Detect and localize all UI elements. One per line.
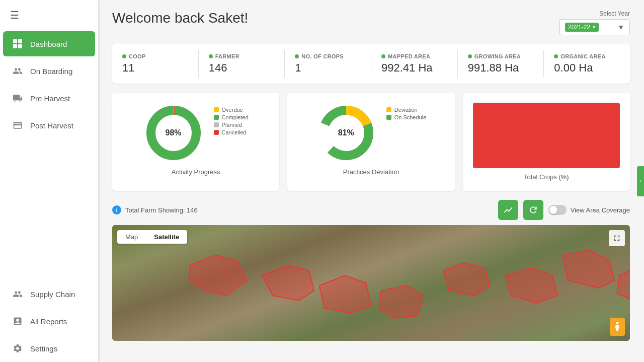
legend-cancelled: Cancelled: [214, 129, 249, 135]
legend-overdue: Overdue: [214, 107, 249, 113]
completed-color: [214, 115, 219, 120]
stat-item-growing_area: GROWING AREA 991.88 Ha: [458, 50, 544, 78]
sidebar-item-postharvest[interactable]: Post Harvest: [3, 113, 95, 138]
stats-bar: COOP 11 FARMER 146 NO. OF CROPS 1 MAPPED…: [112, 44, 630, 84]
streetview-person[interactable]: [610, 318, 625, 336]
year-select-label: Select Year: [599, 10, 630, 17]
stat-value-growing_area: 991.88 Ha: [468, 61, 534, 75]
onboarding-icon: [12, 65, 23, 77]
legend-planned: Planned: [214, 122, 249, 128]
map-tab-map[interactable]: Map: [117, 230, 146, 244]
charts-row: 98% Overdue Completed Planned: [112, 93, 630, 191]
stat-dot-coop: [122, 54, 126, 58]
svg-marker-15: [379, 285, 423, 318]
activity-title: Activity Progress: [172, 168, 220, 176]
stat-label-organic_area: ORGANIC AREA: [554, 53, 620, 59]
stat-label-coop: COOP: [122, 53, 188, 59]
practices-donut: 81%: [316, 103, 376, 163]
sidebar-item-label: Pre Harvest: [30, 94, 70, 103]
svg-marker-16: [444, 263, 491, 296]
stat-label-growing_area: GROWING AREA: [468, 53, 534, 59]
stat-dot-crops: [295, 54, 299, 58]
preharvest-icon: [12, 93, 23, 104]
supplychain-icon: [12, 288, 23, 300]
sidebar-item-allreports[interactable]: All Reports: [3, 309, 95, 334]
year-dropdown[interactable]: 2021-22 × ▼: [559, 19, 630, 35]
legend-deviation: Deviation: [386, 107, 427, 113]
hamburger-menu[interactable]: ☰: [0, 0, 98, 30]
sidebar-item-supplychain[interactable]: Supply Chain: [3, 281, 95, 307]
svg-rect-3: [18, 44, 22, 48]
map-tab-satellite[interactable]: Satellite: [146, 230, 187, 244]
svg-rect-0: [13, 39, 17, 43]
stat-value-crops: 1: [295, 61, 361, 75]
dashboard-icon: [12, 38, 23, 49]
stat-value-coop: 11: [122, 61, 188, 75]
chart-inner: 98% Overdue Completed Planned: [122, 103, 269, 163]
area-coverage-label: View Area Coverage: [571, 206, 630, 214]
stat-dot-mapped_area: [381, 54, 385, 58]
deviation-color: [386, 107, 391, 112]
activity-center-label: 98%: [166, 128, 182, 137]
svg-rect-1: [18, 39, 22, 43]
stat-value-organic_area: 0.00 Ha: [554, 61, 620, 75]
total-crops-card: Total Crops (%): [463, 93, 630, 191]
map-container: Map Satellite: [112, 225, 630, 341]
total-farm-label: Total Farm Showing: 146: [125, 206, 198, 214]
view-area-coverage-toggle: View Area Coverage: [548, 205, 630, 215]
map-controls: View Area Coverage: [498, 200, 630, 220]
practices-center-label: 81%: [338, 128, 354, 137]
activity-donut: 98%: [143, 103, 204, 163]
stat-dot-growing_area: [468, 54, 472, 58]
svg-marker-19: [617, 268, 630, 301]
practices-legend: Deviation On Schedule: [386, 107, 427, 120]
stat-label-farmer: FARMER: [209, 53, 275, 59]
sidebar-item-label: Post Harvest: [30, 121, 73, 130]
svg-marker-18: [562, 250, 614, 288]
sidebar-item-label: On Boarding: [30, 67, 72, 76]
planned-color: [214, 122, 219, 127]
satellite-map: [112, 225, 630, 341]
stat-dot-organic_area: [554, 54, 558, 58]
refresh-button[interactable]: [523, 200, 543, 220]
stat-value-mapped_area: 992.41 Ha: [381, 61, 447, 75]
svg-rect-2: [13, 44, 17, 48]
year-selector: Select Year 2021-22 × ▼: [559, 10, 630, 35]
stat-item-farmer: FARMER 146: [199, 50, 285, 78]
overdue-color: [214, 107, 219, 112]
svg-marker-17: [506, 268, 557, 303]
allreports-icon: [12, 316, 23, 327]
sidebar: ☰ Dashboard On Boarding Pre Harvest: [0, 0, 98, 362]
stat-label-mapped_area: MAPPED AREA: [381, 53, 447, 59]
sidebar-item-label: Dashboard: [30, 40, 67, 48]
chart-inner-2: 81% Deviation On Schedule: [297, 103, 444, 163]
total-crops-title: Total Crops (%): [524, 173, 569, 181]
year-dropdown-arrow: ▼: [617, 23, 624, 31]
svg-marker-13: [262, 265, 314, 301]
map-header: i Total Farm Showing: 146 View Area Cove…: [112, 200, 630, 220]
on-schedule-color: [386, 115, 391, 120]
stat-item-crops: NO. OF CROPS 1: [285, 50, 371, 78]
stat-item-coop: COOP 11: [112, 50, 199, 78]
trend-button[interactable]: [498, 200, 518, 220]
total-farm-info: i Total Farm Showing: 146: [112, 205, 198, 214]
stat-dot-farmer: [209, 54, 213, 58]
postharvest-icon: [12, 120, 23, 131]
svg-point-76: [616, 322, 619, 324]
map-fullscreen-button[interactable]: [609, 230, 625, 246]
sidebar-item-settings[interactable]: Settings: [3, 336, 95, 361]
legend-completed: Completed: [214, 114, 249, 120]
map-areas-svg: [112, 225, 630, 341]
svg-marker-14: [319, 275, 371, 313]
sidebar-item-onboarding[interactable]: On Boarding: [3, 58, 95, 84]
sidebar-item-dashboard[interactable]: Dashboard: [3, 31, 95, 56]
stat-value-farmer: 146: [209, 61, 275, 75]
sidebar-item-preharvest[interactable]: Pre Harvest: [3, 86, 95, 111]
year-tag-close[interactable]: ×: [592, 24, 596, 31]
header-row: Welcome back Saket! Select Year 2021-22 …: [112, 10, 630, 35]
right-panel-toggle[interactable]: ›: [637, 166, 644, 196]
main-content: Welcome back Saket! Select Year 2021-22 …: [98, 0, 644, 362]
year-tag: 2021-22 ×: [565, 23, 599, 32]
legend-on-schedule: On Schedule: [386, 114, 427, 120]
area-coverage-toggle-switch[interactable]: [548, 205, 567, 215]
